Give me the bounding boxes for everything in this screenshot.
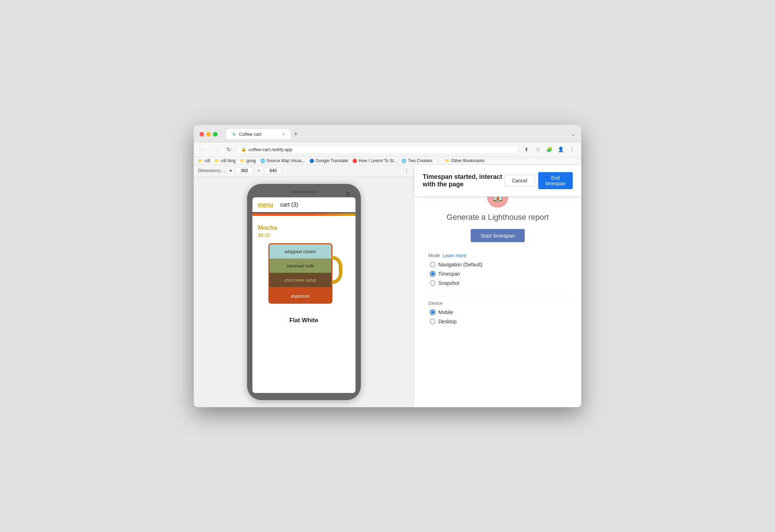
- bookmark-button[interactable]: ☆: [533, 144, 543, 154]
- dimensions-dropdown-icon[interactable]: ▾: [230, 168, 232, 173]
- timespan-dialog: Timespan started, interact with the page…: [414, 165, 581, 197]
- bookmarks-bar: 📁 cdt 📁 cdt blog 📁 goog 🌐 Source Map Vis…: [194, 157, 581, 165]
- traffic-light-red[interactable]: [199, 132, 204, 137]
- title-bar: V Coffee cart × + ⌄: [194, 125, 581, 142]
- folder-icon: 📁: [240, 159, 245, 163]
- coffee-item2-name: Flat White: [258, 317, 350, 324]
- device-radio-group: Mobile Desktop: [428, 309, 567, 324]
- browser-content: Dimensions: ... ▾ × ⋮ menu cart (3): [194, 165, 581, 407]
- radio-circle-snapshot: [430, 280, 435, 286]
- mug-illustration: whipped cream steamed milk chocolate syr…: [258, 241, 350, 305]
- address-bar[interactable]: 🔒 coffee-cart.netlify.app: [236, 145, 519, 154]
- tab-close-button[interactable]: ×: [282, 131, 285, 137]
- traffic-light-yellow[interactable]: [206, 132, 211, 137]
- bookmark-cdt[interactable]: 📁 cdt: [198, 158, 210, 163]
- coffee-item-price: $8.00: [258, 232, 350, 238]
- bookmark-source-map[interactable]: 🌐 Source Map Visua...: [260, 158, 305, 163]
- end-timespan-button[interactable]: End timespan: [538, 172, 573, 189]
- url-text: coffee-cart.netlify.app: [248, 147, 292, 152]
- nav-actions: ⬆ ☆ 🧩 👤 ⋮: [522, 144, 577, 154]
- mode-section-label: Mode Learn more: [428, 253, 567, 258]
- radio-circle-navigation: [430, 262, 435, 267]
- mode-radio-snapshot[interactable]: Snapshot: [430, 280, 567, 286]
- bookmark-google-translate[interactable]: 🔵 Google Translate: [309, 158, 348, 163]
- coffee-item-flat-white: Flat White: [252, 313, 356, 324]
- cancel-button[interactable]: Cancel: [504, 175, 535, 187]
- section-divider: [425, 296, 571, 296]
- more-options-button[interactable]: ⋮: [567, 144, 577, 154]
- w-icon: 🔴: [352, 159, 357, 163]
- coffee-nav-menu-link[interactable]: menu: [258, 202, 273, 208]
- mode-radio-timespan[interactable]: Timespan: [430, 271, 567, 277]
- bookmark-cdt-blog[interactable]: 📁 cdt blog: [214, 158, 236, 163]
- mode-radio-group: Navigation (Default) Timespan Snapshot: [428, 262, 567, 286]
- device-label-text: Device: [428, 300, 443, 306]
- start-timespan-button[interactable]: Start timespan: [471, 229, 525, 242]
- phone-area: menu cart (3) Mocha $8.00: [194, 177, 414, 407]
- bookmark-label: cdt blog: [221, 158, 236, 163]
- phone-camera: [346, 192, 350, 196]
- mug-wrapper: whipped cream steamed milk chocolate syr…: [268, 241, 340, 305]
- bookmark-two-cookies[interactable]: 🌐 Two Cookies: [401, 158, 432, 163]
- bookmarks-divider: |: [438, 158, 439, 163]
- coffee-app-nav: menu cart (3): [252, 197, 356, 213]
- translate-icon: 🔵: [309, 159, 314, 163]
- bookmark-label: How I Learnt To St...: [359, 158, 397, 163]
- layer-espresso: espresso: [269, 287, 331, 304]
- radio-circle-timespan: [430, 271, 435, 277]
- globe-icon: 🌐: [260, 159, 265, 163]
- coffee-item-mocha: Mocha $8.00 whipped cream steamed milk c…: [252, 220, 356, 313]
- timespan-dialog-message: Timespan started, interact with the page: [423, 173, 504, 188]
- bookmark-label: Two Cookies: [408, 158, 432, 163]
- bookmark-label: cdt: [204, 158, 210, 163]
- traffic-light-green[interactable]: [213, 132, 218, 137]
- device-section: Device Mobile Desktop: [425, 300, 571, 324]
- phone-mockup: menu cart (3) Mocha $8.00: [247, 184, 361, 400]
- phone-screen: menu cart (3) Mocha $8.00: [252, 197, 356, 393]
- phone-speaker: [290, 191, 318, 193]
- bookmark-label: Other Bookmarks: [451, 158, 484, 163]
- mode-section: Mode Learn more Navigation (Default) Tim…: [425, 253, 571, 286]
- tab-overflow-button[interactable]: ⌄: [571, 131, 576, 139]
- lighthouse-panel: Timespan started, interact with the page…: [414, 165, 581, 407]
- refresh-button[interactable]: ↻: [224, 144, 234, 154]
- mode-snapshot-label: Snapshot: [438, 280, 459, 286]
- radio-circle-mobile: [430, 309, 435, 315]
- device-mobile-label: Mobile: [438, 309, 453, 315]
- mug-handle: [332, 256, 342, 284]
- mug-body: whipped cream steamed milk chocolate syr…: [268, 243, 332, 304]
- learn-more-link[interactable]: Learn more: [443, 253, 466, 258]
- lock-icon: 🔒: [241, 147, 246, 152]
- device-section-label: Device: [428, 300, 567, 306]
- bookmark-goog[interactable]: 📁 goog: [240, 158, 256, 163]
- device-radio-desktop[interactable]: Desktop: [430, 319, 567, 324]
- traffic-lights: [199, 132, 218, 137]
- mode-navigation-label: Navigation (Default): [438, 262, 482, 267]
- vuejs-favicon-icon: V: [231, 131, 237, 137]
- active-tab[interactable]: V Coffee cart ×: [226, 129, 290, 139]
- device-desktop-label: Desktop: [438, 319, 456, 324]
- coffee-nav-cart-link[interactable]: cart (3): [280, 202, 298, 208]
- toolbar-more-button[interactable]: ⋮: [404, 167, 410, 174]
- back-button[interactable]: ←: [198, 144, 208, 154]
- radio-circle-desktop: [430, 319, 435, 324]
- device-radio-mobile[interactable]: Mobile: [430, 309, 567, 315]
- globe-icon: 🌐: [401, 159, 406, 163]
- mode-timespan-label: Timespan: [438, 271, 460, 277]
- share-button[interactable]: ⬆: [522, 144, 531, 154]
- height-input[interactable]: [264, 167, 282, 174]
- width-input[interactable]: [235, 167, 253, 174]
- forward-button[interactable]: →: [211, 144, 221, 154]
- browser-window: V Coffee cart × + ⌄ ← → ↻ 🔒 coffee-cart.…: [194, 125, 581, 407]
- mode-radio-navigation[interactable]: Navigation (Default): [430, 262, 567, 267]
- bookmark-label: Google Translate: [316, 158, 348, 163]
- mode-label-text: Mode: [428, 253, 440, 258]
- layer-steamed-milk: steamed milk: [269, 259, 331, 273]
- profile-button[interactable]: 👤: [556, 144, 566, 154]
- bookmark-how-i-learnt[interactable]: 🔴 How I Learnt To St...: [352, 158, 397, 163]
- folder-icon: 📁: [198, 159, 203, 163]
- new-tab-button[interactable]: +: [291, 129, 301, 139]
- bookmark-other[interactable]: 📁 Other Bookmarks: [445, 158, 484, 163]
- bookmark-label: Source Map Visua...: [267, 158, 305, 163]
- coffee-nav-strip: [252, 213, 356, 216]
